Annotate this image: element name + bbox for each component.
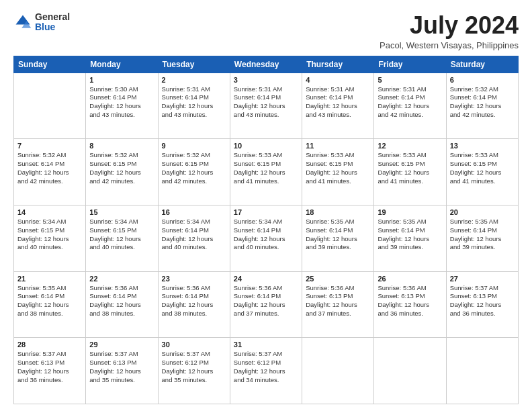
- calendar-cell: 8Sunrise: 5:32 AMSunset: 6:15 PMDaylight…: [86, 139, 158, 205]
- day-info: Sunrise: 5:33 AMSunset: 6:15 PMDaylight:…: [234, 151, 298, 185]
- day-number: 31: [234, 340, 298, 349]
- calendar-cell: 15Sunrise: 5:34 AMSunset: 6:15 PMDayligh…: [86, 205, 158, 271]
- day-number: 16: [162, 208, 226, 216]
- calendar-day-header: Sunday: [14, 56, 86, 73]
- calendar-cell: 23Sunrise: 5:36 AMSunset: 6:14 PMDayligh…: [158, 271, 230, 338]
- calendar-cell: 17Sunrise: 5:34 AMSunset: 6:14 PMDayligh…: [230, 205, 302, 271]
- day-number: 25: [306, 275, 370, 283]
- logo-icon: [13, 13, 32, 32]
- calendar-cell: 14Sunrise: 5:34 AMSunset: 6:15 PMDayligh…: [14, 205, 86, 271]
- day-number: 19: [378, 208, 442, 216]
- day-number: 1: [89, 76, 154, 84]
- logo-blue-text: Blue: [35, 22, 70, 32]
- day-number: 7: [17, 142, 82, 150]
- day-number: 27: [450, 275, 515, 283]
- calendar-day-header: Wednesday: [230, 56, 302, 73]
- day-info: Sunrise: 5:36 AMSunset: 6:14 PMDaylight:…: [89, 284, 154, 318]
- calendar-cell: 18Sunrise: 5:35 AMSunset: 6:14 PMDayligh…: [302, 205, 374, 271]
- day-number: 10: [234, 142, 298, 150]
- calendar-cell: [14, 73, 86, 139]
- logo: General Blue: [13, 12, 70, 33]
- calendar-week-row: 7Sunrise: 5:32 AMSunset: 6:14 PMDaylight…: [14, 139, 519, 205]
- day-info: Sunrise: 5:32 AMSunset: 6:15 PMDaylight:…: [89, 151, 154, 185]
- calendar-week-row: 21Sunrise: 5:35 AMSunset: 6:14 PMDayligh…: [14, 271, 519, 338]
- calendar-week-row: 14Sunrise: 5:34 AMSunset: 6:15 PMDayligh…: [14, 205, 519, 271]
- calendar-cell: 31Sunrise: 5:37 AMSunset: 6:12 PMDayligh…: [230, 338, 302, 404]
- header: General Blue July 2024 Pacol, Western Vi…: [13, 12, 519, 50]
- calendar-cell: 25Sunrise: 5:36 AMSunset: 6:13 PMDayligh…: [302, 271, 374, 338]
- calendar-cell: 21Sunrise: 5:35 AMSunset: 6:14 PMDayligh…: [14, 271, 86, 338]
- day-info: Sunrise: 5:31 AMSunset: 6:14 PMDaylight:…: [162, 85, 226, 120]
- calendar-cell: 26Sunrise: 5:36 AMSunset: 6:13 PMDayligh…: [374, 271, 446, 338]
- day-info: Sunrise: 5:34 AMSunset: 6:15 PMDaylight:…: [89, 218, 154, 252]
- day-number: 6: [450, 76, 515, 84]
- calendar-cell: 11Sunrise: 5:33 AMSunset: 6:15 PMDayligh…: [302, 139, 374, 205]
- day-number: 4: [306, 76, 370, 84]
- day-info: Sunrise: 5:31 AMSunset: 6:14 PMDaylight:…: [378, 85, 442, 120]
- day-number: 5: [378, 76, 442, 84]
- calendar-day-header: Saturday: [446, 56, 518, 73]
- calendar-cell: 19Sunrise: 5:35 AMSunset: 6:14 PMDayligh…: [374, 205, 446, 271]
- day-info: Sunrise: 5:34 AMSunset: 6:14 PMDaylight:…: [234, 218, 298, 252]
- day-info: Sunrise: 5:33 AMSunset: 6:15 PMDaylight:…: [306, 151, 370, 185]
- calendar-cell: 13Sunrise: 5:33 AMSunset: 6:15 PMDayligh…: [446, 139, 518, 205]
- calendar-day-header: Thursday: [302, 56, 374, 73]
- day-info: Sunrise: 5:35 AMSunset: 6:14 PMDaylight:…: [17, 284, 82, 318]
- calendar-table: SundayMondayTuesdayWednesdayThursdayFrid…: [13, 56, 519, 404]
- calendar-cell: 28Sunrise: 5:37 AMSunset: 6:13 PMDayligh…: [14, 338, 86, 404]
- day-info: Sunrise: 5:37 AMSunset: 6:13 PMDaylight:…: [450, 284, 515, 318]
- calendar-cell: 22Sunrise: 5:36 AMSunset: 6:14 PMDayligh…: [86, 271, 158, 338]
- day-info: Sunrise: 5:34 AMSunset: 6:14 PMDaylight:…: [162, 218, 226, 252]
- day-info: Sunrise: 5:36 AMSunset: 6:13 PMDaylight:…: [306, 284, 370, 318]
- day-info: Sunrise: 5:37 AMSunset: 6:12 PMDaylight:…: [234, 350, 298, 384]
- day-number: 30: [162, 340, 226, 349]
- day-info: Sunrise: 5:35 AMSunset: 6:14 PMDaylight:…: [450, 218, 515, 252]
- calendar-header-row: SundayMondayTuesdayWednesdayThursdayFrid…: [14, 56, 519, 73]
- calendar-cell: 9Sunrise: 5:32 AMSunset: 6:15 PMDaylight…: [158, 139, 230, 205]
- day-info: Sunrise: 5:35 AMSunset: 6:14 PMDaylight:…: [306, 218, 370, 252]
- day-number: 22: [89, 275, 154, 283]
- day-number: 3: [234, 76, 298, 84]
- day-number: 12: [378, 142, 442, 150]
- logo-general-text: General: [35, 12, 70, 22]
- day-number: 29: [89, 340, 154, 349]
- calendar-cell: 30Sunrise: 5:37 AMSunset: 6:12 PMDayligh…: [158, 338, 230, 404]
- calendar-cell: 4Sunrise: 5:31 AMSunset: 6:14 PMDaylight…: [302, 73, 374, 139]
- calendar-day-header: Friday: [374, 56, 446, 73]
- day-number: 11: [306, 142, 370, 150]
- day-number: 26: [378, 275, 442, 283]
- subtitle: Pacol, Western Visayas, Philippines: [380, 40, 519, 50]
- logo-text: General Blue: [35, 12, 70, 33]
- day-number: 17: [234, 208, 298, 216]
- day-info: Sunrise: 5:32 AMSunset: 6:14 PMDaylight:…: [450, 85, 515, 120]
- calendar-week-row: 28Sunrise: 5:37 AMSunset: 6:13 PMDayligh…: [14, 338, 519, 404]
- day-number: 9: [162, 142, 226, 150]
- page: General Blue July 2024 Pacol, Western Vi…: [0, 0, 532, 411]
- calendar-cell: 5Sunrise: 5:31 AMSunset: 6:14 PMDaylight…: [374, 73, 446, 139]
- calendar-cell: 20Sunrise: 5:35 AMSunset: 6:14 PMDayligh…: [446, 205, 518, 271]
- day-info: Sunrise: 5:31 AMSunset: 6:14 PMDaylight:…: [234, 85, 298, 120]
- calendar-cell: 1Sunrise: 5:30 AMSunset: 6:14 PMDaylight…: [86, 73, 158, 139]
- day-number: 20: [450, 208, 515, 216]
- day-number: 13: [450, 142, 515, 150]
- day-number: 24: [234, 275, 298, 283]
- calendar-cell: 29Sunrise: 5:37 AMSunset: 6:13 PMDayligh…: [86, 338, 158, 404]
- day-info: Sunrise: 5:37 AMSunset: 6:13 PMDaylight:…: [89, 350, 154, 384]
- calendar-cell: 27Sunrise: 5:37 AMSunset: 6:13 PMDayligh…: [446, 271, 518, 338]
- calendar-cell: [446, 338, 518, 404]
- calendar-cell: 10Sunrise: 5:33 AMSunset: 6:15 PMDayligh…: [230, 139, 302, 205]
- title-block: July 2024 Pacol, Western Visayas, Philip…: [380, 12, 519, 50]
- calendar-cell: [302, 338, 374, 404]
- calendar-cell: 16Sunrise: 5:34 AMSunset: 6:14 PMDayligh…: [158, 205, 230, 271]
- calendar-day-header: Tuesday: [158, 56, 230, 73]
- calendar-day-header: Monday: [86, 56, 158, 73]
- day-number: 15: [89, 208, 154, 216]
- day-number: 8: [89, 142, 154, 150]
- calendar-cell: 7Sunrise: 5:32 AMSunset: 6:14 PMDaylight…: [14, 139, 86, 205]
- day-number: 2: [162, 76, 226, 84]
- calendar-cell: [374, 338, 446, 404]
- day-info: Sunrise: 5:37 AMSunset: 6:12 PMDaylight:…: [162, 350, 226, 384]
- day-info: Sunrise: 5:34 AMSunset: 6:15 PMDaylight:…: [17, 218, 82, 252]
- day-info: Sunrise: 5:36 AMSunset: 6:14 PMDaylight:…: [234, 284, 298, 318]
- day-info: Sunrise: 5:37 AMSunset: 6:13 PMDaylight:…: [17, 350, 82, 384]
